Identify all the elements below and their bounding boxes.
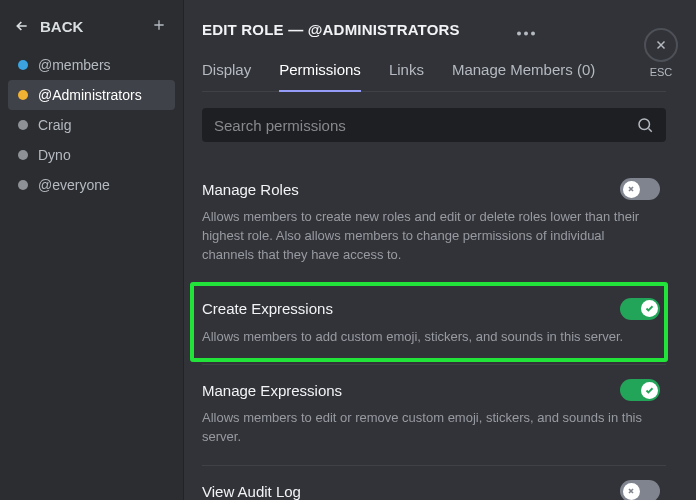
ellipsis-icon	[516, 31, 536, 36]
toggle-view-audit-log[interactable]	[620, 480, 660, 500]
close-panel: ESC	[644, 28, 678, 78]
permission-create-expressions: Create Expressions Allows members to add…	[202, 284, 666, 366]
search-icon	[636, 116, 654, 134]
role-label: @members	[38, 57, 111, 73]
permission-title: Create Expressions	[202, 300, 333, 317]
toggle-knob	[641, 300, 658, 317]
role-color-dot	[18, 120, 28, 130]
svg-point-0	[517, 32, 521, 36]
permission-desc: Allows members to edit or remove custom …	[202, 409, 660, 447]
permission-manage-expressions: Manage Expressions Allows members to edi…	[202, 365, 666, 466]
sidebar-item-administrators[interactable]: @Administrators	[8, 80, 175, 110]
toggle-knob	[641, 382, 658, 399]
sidebar-item-members[interactable]: @members	[8, 50, 175, 80]
x-icon	[627, 487, 635, 495]
close-icon	[654, 38, 668, 52]
add-role-button[interactable]	[151, 16, 167, 36]
tab-links[interactable]: Links	[389, 61, 424, 91]
role-label: @Administrators	[38, 87, 142, 103]
sidebar-item-dyno[interactable]: Dyno	[8, 140, 175, 170]
role-color-dot	[18, 150, 28, 160]
tab-manage-members[interactable]: Manage Members (0)	[452, 61, 595, 91]
toggle-knob	[623, 483, 640, 500]
esc-label: ESC	[644, 66, 678, 78]
role-color-dot	[18, 60, 28, 70]
plus-icon	[151, 17, 167, 33]
search-input[interactable]	[214, 117, 636, 134]
sidebar-item-everyone[interactable]: @everyone	[8, 170, 175, 200]
permission-title: Manage Roles	[202, 181, 299, 198]
back-button[interactable]: BACK	[14, 18, 83, 35]
permission-view-audit-log: View Audit Log Allows members to view a …	[202, 466, 666, 500]
toggle-knob	[623, 181, 640, 198]
role-color-dot	[18, 180, 28, 190]
highlight-annotation	[190, 282, 668, 363]
tab-permissions[interactable]: Permissions	[279, 61, 361, 92]
arrow-left-icon	[14, 18, 30, 34]
sidebar: BACK @members @Administrators Craig Dyno…	[0, 0, 184, 500]
role-label: @everyone	[38, 177, 110, 193]
x-icon	[627, 185, 635, 193]
role-label: Craig	[38, 117, 71, 133]
permission-title: Manage Expressions	[202, 382, 342, 399]
back-label: BACK	[40, 18, 83, 35]
toggle-manage-expressions[interactable]	[620, 379, 660, 401]
tab-bar: Display Permissions Links Manage Members…	[202, 61, 666, 92]
check-icon	[645, 386, 654, 395]
sidebar-item-craig[interactable]: Craig	[8, 110, 175, 140]
main-panel: EDIT ROLE — @ADMINISTRATORS ESC Display …	[184, 0, 696, 500]
check-icon	[645, 304, 654, 313]
page-title: EDIT ROLE — @ADMINISTRATORS	[202, 21, 460, 38]
svg-point-2	[531, 32, 535, 36]
svg-point-3	[639, 119, 650, 130]
sidebar-header: BACK	[8, 12, 175, 50]
permission-desc: Allows members to add custom emoji, stic…	[202, 328, 660, 347]
search-container	[202, 108, 666, 142]
permission-title: View Audit Log	[202, 483, 301, 500]
close-button[interactable]	[644, 28, 678, 62]
more-options-button[interactable]	[516, 18, 536, 41]
permission-desc: Allows members to create new roles and e…	[202, 208, 660, 265]
role-label: Dyno	[38, 147, 71, 163]
role-list: @members @Administrators Craig Dyno @eve…	[8, 50, 175, 200]
svg-point-1	[524, 32, 528, 36]
toggle-create-expressions[interactable]	[620, 298, 660, 320]
permission-manage-roles: Manage Roles Allows members to create ne…	[202, 164, 666, 284]
role-color-dot	[18, 90, 28, 100]
tab-display[interactable]: Display	[202, 61, 251, 91]
toggle-manage-roles[interactable]	[620, 178, 660, 200]
permissions-list: Manage Roles Allows members to create ne…	[202, 164, 666, 500]
